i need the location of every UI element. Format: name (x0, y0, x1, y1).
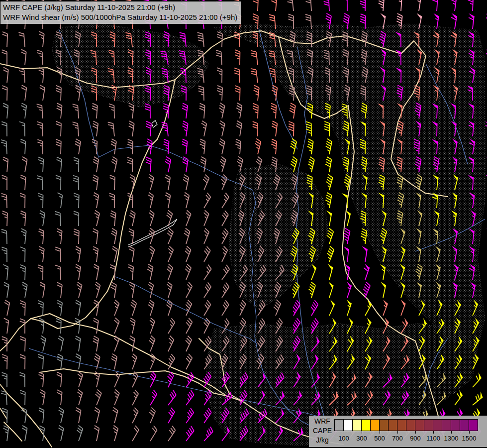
wind-barb (186, 408, 194, 423)
wind-barb (432, 0, 438, 11)
wind-barb (109, 104, 114, 119)
wind-barb (20, 247, 25, 262)
wind-barb (37, 122, 43, 137)
wind-barb (114, 300, 119, 316)
wind-barb (129, 246, 134, 262)
wind-barb (95, 282, 100, 298)
wind-barb (383, 300, 388, 316)
legend-label-block: WRF CAPE J/kg (311, 417, 334, 445)
wind-barb (59, 408, 64, 423)
wind-barb (287, 0, 293, 11)
wind-barb (185, 246, 191, 262)
wind-barb (255, 139, 261, 154)
wind-barb (182, 139, 188, 154)
wind-barb (186, 300, 192, 316)
wind-barb (469, 13, 474, 29)
wind-barb (4, 282, 9, 298)
title-line-shear: WRF Wind shear (m/s) 500/1000hPa Saturda… (3, 12, 237, 22)
wind-barb (57, 372, 62, 387)
wind-barb (114, 318, 119, 334)
wind-barb (38, 301, 43, 316)
wind-barb (305, 0, 311, 11)
wind-barb (130, 318, 135, 334)
wind-barb (204, 265, 211, 280)
wind-barb (56, 175, 61, 190)
wind-barb (168, 408, 175, 423)
wind-barb (327, 246, 334, 262)
wind-barb (57, 390, 62, 405)
wind-barb (200, 139, 205, 154)
wind-barb (75, 139, 81, 154)
wind-barb (128, 193, 133, 208)
wind-barb (1, 121, 7, 136)
wind-barb (21, 49, 26, 65)
wind-barb (167, 211, 173, 226)
wind-barb (40, 390, 45, 405)
wind-barb (253, 104, 258, 118)
wind-barb (129, 282, 134, 298)
legend-tick-mark (380, 431, 380, 434)
wind-barb (150, 426, 157, 441)
wind-barb (149, 211, 154, 226)
wind-barb (204, 282, 211, 298)
wind-barb (76, 354, 81, 369)
wind-barb (75, 336, 80, 351)
wind-barb (381, 282, 386, 298)
legend-tick-label: 1500 (461, 435, 478, 442)
wind-barb (309, 282, 315, 298)
wind-barb (274, 300, 281, 316)
wind-barb (167, 264, 173, 280)
wind-barb (55, 265, 61, 280)
wind-barb (4, 318, 9, 334)
legend-color-box (389, 420, 397, 431)
legend-tick-label: 900 (407, 435, 424, 442)
wind-barb (2, 86, 7, 101)
wind-barb (416, 0, 421, 11)
wind-barb (132, 354, 137, 370)
wind-barb (1, 229, 7, 244)
wind-barb (127, 157, 133, 172)
wind-barb (168, 246, 173, 262)
wind-barb (150, 318, 155, 334)
wind-barb (204, 246, 210, 262)
wind-barb (235, 139, 241, 155)
wind-barb (401, 300, 405, 316)
wind-barb (2, 372, 7, 387)
wind-barb (108, 122, 114, 136)
wind-barb (2, 354, 7, 369)
wind-barb (149, 336, 155, 352)
wind-barb (186, 318, 193, 334)
wind-barb (347, 282, 351, 298)
wind-barb (222, 300, 229, 316)
weather-map-canvas (0, 0, 487, 448)
wind-barb (77, 426, 83, 442)
legend-tick-label: 1100 (425, 435, 442, 442)
wind-barb (110, 265, 115, 280)
wind-barb (379, 0, 384, 11)
wind-barb (168, 318, 175, 334)
legend-tick-label: 700 (389, 435, 406, 442)
wind-barb (76, 408, 81, 423)
wind-barb (167, 228, 173, 244)
legend-color-box (460, 420, 469, 431)
wind-barb (254, 85, 259, 101)
wind-barb (468, 0, 473, 11)
wind-barb (326, 193, 332, 208)
legend-tick-mark (415, 431, 416, 434)
wind-barb (217, 68, 222, 83)
wind-barb (78, 390, 83, 406)
wind-barb (3, 67, 8, 83)
wind-barb (130, 336, 135, 351)
legend-tick-label: 300 (353, 435, 370, 442)
wind-barb (128, 265, 133, 280)
wind-barb (57, 103, 62, 118)
legend-color-box (433, 420, 442, 431)
wind-barb (20, 301, 25, 316)
wind-barb (92, 104, 97, 118)
wind-barb (19, 32, 25, 47)
wind-barb (347, 300, 351, 316)
wind-barb (94, 426, 99, 441)
wind-barb (93, 121, 98, 136)
wind-barb (325, 157, 331, 172)
wind-barb (168, 336, 174, 351)
